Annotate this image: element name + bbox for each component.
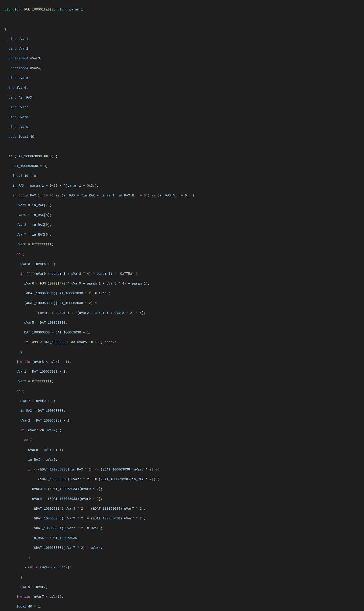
line-35: } while (uVar8 < uVar7 - 1); <box>5 360 359 364</box>
line-blank <box>5 17 359 22</box>
line-49: uVar4 = (&DAT_100063038)[uVar9 * 2]; <box>5 497 359 501</box>
line-20: uVar9 = in_RAX[8]; <box>5 213 359 218</box>
line-5: undefined4 uVar3; <box>5 56 359 61</box>
line-17: in_RAX = param_1 + 0x88 + *(param_1 + 0x… <box>5 183 359 188</box>
line-blank2 <box>5 144 359 149</box>
line-55: } <box>5 555 359 560</box>
line-14: if (DAT_100063030 == 0) { <box>5 154 359 159</box>
line-47: (&DAT_100063038)[uVar7 * 2] != (&DAT_100… <box>5 477 359 482</box>
line-45: in_RAX = uVar9; <box>5 457 359 462</box>
line-18: if (((in_RAX[1] != 0) && (in_RAX = *in_R… <box>5 193 359 198</box>
line-43: do { <box>5 438 359 443</box>
line-40: in_RAX = DAT_100063030; <box>5 408 359 413</box>
line-9: uint *in_RAX; <box>5 95 359 100</box>
line-58: uVar9 = uVar7; <box>5 585 359 590</box>
line-4: uint uVar2; <box>5 46 359 51</box>
line-56: } while (uVar9 < uVar2); <box>5 565 359 570</box>
line-32: DAT_100063030 = DAT_100063030 + 1; <box>5 330 359 335</box>
line-52: (&DAT_100063034)[uVar7 * 2] = uVar3; <box>5 526 359 531</box>
line-19: uVar1 = in_RAX[7]; <box>5 203 359 208</box>
line-11: uint uVar8; <box>5 115 359 120</box>
line-57: } <box>5 575 359 580</box>
line-41: uVar2 = DAT_100063030 - 1; <box>5 418 359 423</box>
line-1: ulonglong FUN_100001fa0(longlong param_1… <box>5 7 359 12</box>
code-view: ulonglong FUN_100001fa0(longlong param_1… <box>0 2 364 611</box>
line-53: in_RAX = &DAT_100063030; <box>5 536 359 541</box>
line-31: uVar5 = DAT_100063030; <box>5 320 359 325</box>
line-33: if (499 < DAT_100063030 && uVar5 != 499)… <box>5 340 359 345</box>
line-25: uVar8 = uVar8 + 1; <box>5 262 359 267</box>
line-13: byte local_40; <box>5 134 359 139</box>
line-29: (&DAT_100063038)[DAT_100063030 * 2] = <box>5 301 359 306</box>
line-44: uVar9 = uVar9 + 1; <box>5 448 359 453</box>
line-37: uVar9 = 0xffffffff; <box>5 379 359 384</box>
line-10: uint uVar7; <box>5 105 359 110</box>
line-15: DAT_100063030 = 0; <box>5 164 359 169</box>
line-28: (&DAT_100063034)[DAT_100063030 * 2] = iV… <box>5 291 359 296</box>
line-3: uint uVar1; <box>5 37 359 41</box>
line-16: local_40 = 0; <box>5 174 359 179</box>
line-34: } <box>5 350 359 355</box>
line-36: uVar1 = DAT_100063030 - 1; <box>5 369 359 374</box>
line-51: (&DAT_100063038)[uVar9 * 2] = (&DAT_1000… <box>5 516 359 521</box>
line-8: int iVar6; <box>5 86 359 91</box>
line-60: local_40 = 1; <box>5 604 359 609</box>
line-39: uVar7 = uVar9 + 1; <box>5 399 359 403</box>
line-26: if (*(*(uVar9 + param_1 + uVar8 * 4) + p… <box>5 272 359 276</box>
line-12: uint uVar9; <box>5 125 359 130</box>
line-42: if (uVar7 <= uVar2) { <box>5 428 359 433</box>
line-59: } while (uVar7 < uVar1); <box>5 595 359 599</box>
line-46: if (((&DAT_100063038)[in_RAX * 2] <= (&D… <box>5 467 359 472</box>
line-22: uVar7 = in_RAX[6]; <box>5 232 359 237</box>
line-7: uint uVar5; <box>5 76 359 81</box>
line-50: (&DAT_100063034)[uVar9 * 2] = (&DAT_1000… <box>5 506 359 511</box>
line-38: do { <box>5 389 359 394</box>
line-2: { <box>5 27 359 32</box>
line-54: (&DAT_100063038)[uVar7 * 2] = uVar4; <box>5 546 359 550</box>
line-6: undefined4 uVar4; <box>5 66 359 71</box>
line-21: uVar2 = in_RAX[9]; <box>5 222 359 227</box>
line-27: iVar6 = FUN_100001f70(*(uVar9 + param_1 … <box>5 281 359 286</box>
line-23: uVar8 = 0xffffffff; <box>5 242 359 247</box>
line-30: *(uVar1 + param_1 + *(uVar2 + param_1 + … <box>5 311 359 315</box>
line-48: uVar3 = (&DAT_100063034)[uVar9 * 2]; <box>5 487 359 492</box>
line-24: do { <box>5 252 359 257</box>
